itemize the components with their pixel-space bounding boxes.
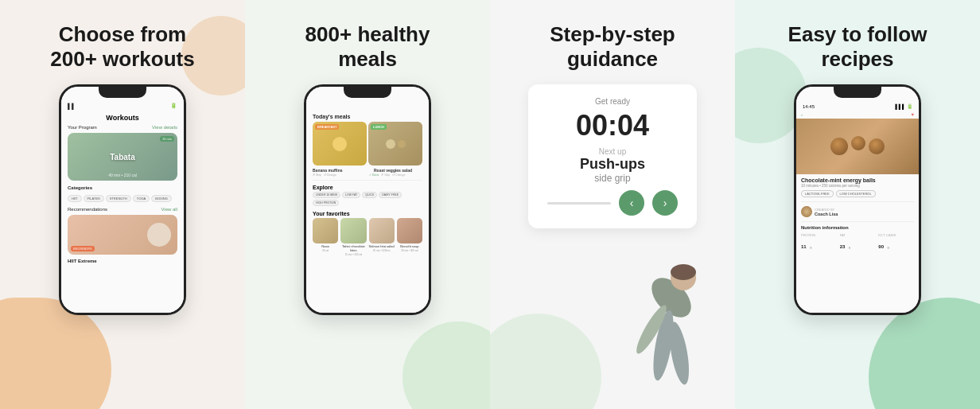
fav-sub-3: 20 min • 320min <box>369 249 395 252</box>
fat-unit: g <box>849 245 850 249</box>
timer-next-btn[interactable]: › <box>652 190 678 216</box>
meal-2-image: LUNCH <box>368 122 422 166</box>
fav-name-3: Salmon feta salad <box>369 244 395 248</box>
program-badge: 10 min <box>160 136 174 142</box>
tag-under10[interactable]: UNDER 10 MINS <box>313 192 340 198</box>
tag-lactosefree: LACTOSE-FREE <box>801 190 834 197</box>
fav-img-4 <box>397 218 422 243</box>
meal2-badge: LUNCH <box>371 124 387 130</box>
timer-progress-line <box>547 202 611 204</box>
cat-yoga[interactable]: YOGA <box>133 195 150 202</box>
favorites-grid: Naan 30 cal Tahini chocolate bites 15 mi… <box>306 218 429 256</box>
divider <box>313 180 422 181</box>
meal1-change[interactable]: ↺ Change <box>324 173 336 177</box>
timer-box: Get ready 00:04 Next up Push-ups side gr… <box>528 84 697 228</box>
cal-item: KCT. CAINS 90 g <box>878 233 914 251</box>
workouts-phone: ▌▌ 🔋 Workouts Your Program View details … <box>59 84 186 315</box>
program-section-label: Your Program <box>68 125 97 130</box>
timer-grip: side grip <box>547 173 678 184</box>
recs-label: Recommendations <box>68 207 107 212</box>
back-icon[interactable]: ‹ <box>801 112 803 117</box>
cat-pilates[interactable]: PILATES <box>84 195 104 202</box>
timer-exercise: Push-ups <box>547 156 678 173</box>
fav-item-3: Salmon feta salad 20 min • 320min <box>369 218 395 256</box>
creator-section: CREATED BY Coach Lisa <box>796 204 919 220</box>
heart-fav-icon[interactable]: ♥ <box>911 112 914 117</box>
recipe-screen: 14:45 ▌▌▌ 🔋 ‹ ♥ Chocolate-mint energy ba… <box>796 87 919 313</box>
cal-value: 90 <box>878 244 884 249</box>
timer-value: 00:04 <box>547 109 678 142</box>
rec-badge: BEGINNERS <box>71 246 95 251</box>
program-card: Tabata 10 min 40 min • 210 cal <box>68 133 177 181</box>
fav-item-1: Naan 30 cal <box>313 218 338 256</box>
food-ball-1 <box>830 138 848 155</box>
cal-label: KCT. CAINS <box>878 233 914 237</box>
creator-avatar <box>801 206 812 217</box>
guidance-title: Step-by-step guidance <box>550 22 675 72</box>
fat-item: FAT 23 g <box>840 233 876 251</box>
recipe-title: Chocolate-mint energy balls <box>796 174 919 184</box>
explore-tags: UNDER 10 MINS LOW FAT QUICK DAIRY FREE H… <box>306 192 429 209</box>
fav-img-2 <box>340 218 366 243</box>
recipe-image <box>796 119 919 174</box>
protein-label: PROTEIN <box>801 233 837 237</box>
timer-label: Get ready <box>547 97 678 106</box>
categories-list: HIIT PILATES STRENGTH YOGA BOXING <box>61 192 184 205</box>
program-name: Tabata <box>110 153 135 162</box>
recipes-title: Easy to follow recipes <box>788 22 928 72</box>
fav-img-1 <box>313 218 338 243</box>
meal2-done[interactable]: ✓ Done <box>369 173 379 177</box>
tag-quick[interactable]: QUICK <box>362 192 377 198</box>
phone-notch <box>99 87 146 98</box>
meals-phone: Today's meals BREAKFAST LUNCH Ba <box>304 84 431 315</box>
protein-item: PROTEIN 11 g <box>801 233 837 251</box>
cat-boxing[interactable]: BOXING <box>151 195 172 202</box>
cat-strength[interactable]: STRENGTH <box>106 195 131 202</box>
program-sub: 40 min • 210 cal <box>68 173 177 177</box>
meal1-skip[interactable]: ✗ Skip <box>313 173 321 177</box>
food-ball-3 <box>869 138 885 154</box>
fav-name-4: Borscht soup <box>397 244 422 248</box>
rec-name: HIIT Extreme <box>61 256 184 266</box>
fat-value: 23 <box>840 244 846 249</box>
fav-sub-2: 15 min • 250 cal <box>340 253 366 256</box>
cat-hiit[interactable]: HIIT <box>68 195 82 202</box>
guidance-panel: Step-by-step guidance Get ready 00:04 Ne… <box>490 0 735 409</box>
timer-prev-btn[interactable]: ‹ <box>619 190 644 216</box>
signal-icon: ▌▌ <box>68 103 76 109</box>
explore-label: Explore <box>306 182 429 192</box>
categories-label: Categories <box>61 182 184 192</box>
meal2-change[interactable]: ↺ Change <box>392 173 405 177</box>
meal2-skip[interactable]: ✗ Skip <box>381 173 390 177</box>
protein-unit: g <box>810 245 811 249</box>
meals-title: 800+ healthy meals <box>305 22 430 72</box>
tag-lowfat[interactable]: LOW FAT <box>342 192 360 198</box>
battery-icon: 🔋 <box>170 103 177 109</box>
recipes-panel: Easy to follow recipes 14:45 ▌▌▌ 🔋 ‹ ♥ C… <box>735 0 980 409</box>
recipe-sub: 10 minutes • 250 calories per serving <box>796 184 919 190</box>
view-all[interactable]: View all <box>161 207 177 212</box>
fav-sub-4: 30 min • 400 cal <box>397 249 422 252</box>
protein-value: 11 <box>801 244 807 249</box>
recipe-tags: LACTOSE-FREE LOW CHOLESTEROL <box>796 190 919 200</box>
timer-container: Get ready 00:04 Next up Push-ups side gr… <box>506 84 719 393</box>
fav-item-4: Borscht soup 30 min • 400 cal <box>397 218 422 256</box>
tag-highprotein[interactable]: HIGH PROTEIN <box>313 200 339 206</box>
screen-title: Workouts <box>61 112 184 123</box>
meal-1-image: BREAKFAST <box>313 122 367 166</box>
workouts-title: Choose from 200+ workouts <box>50 22 194 72</box>
food-balls <box>796 119 919 174</box>
tag-dairyfree[interactable]: DAIRY FREE <box>379 192 402 198</box>
cal-unit: g <box>887 245 889 249</box>
rec-card: BEGINNERS <box>68 215 177 255</box>
timer-controls: ‹ › <box>547 190 678 216</box>
nutrition-title: Nutrition information <box>796 224 919 232</box>
tag-lowcholesterol: LOW CHOLESTEROL <box>836 190 876 197</box>
recipes-phone: 14:45 ▌▌▌ 🔋 ‹ ♥ Chocolate-mint energy ba… <box>794 84 921 315</box>
fav-name-1: Naan <box>313 244 338 248</box>
view-details[interactable]: View details <box>152 125 177 130</box>
screen-header: ▌▌ 🔋 <box>61 99 184 112</box>
meals-screen: Today's meals BREAKFAST LUNCH Ba <box>306 87 429 313</box>
favorites-label: Your favorites <box>306 209 429 218</box>
fat-label: FAT <box>840 233 876 237</box>
